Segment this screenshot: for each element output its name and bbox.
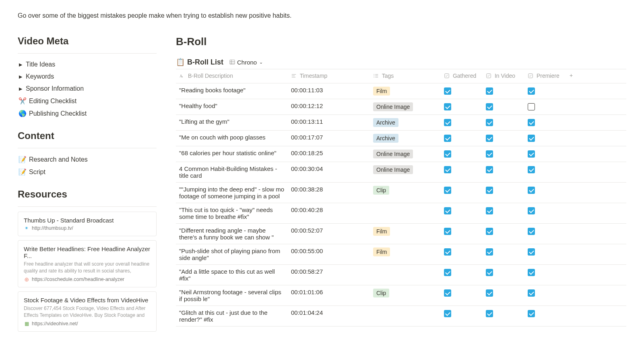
cell-timestamp[interactable]: 00:00:12:12 [288,99,370,114]
cell-gathered[interactable] [441,114,483,130]
cell-tags[interactable]: Clip [370,285,441,306]
column-header-premiere[interactable]: Premiere [524,69,566,83]
checkbox[interactable] [486,310,493,317]
table-row[interactable]: "68 calories per hour statistic online"0… [176,146,626,162]
cell-tags[interactable]: Film [370,83,441,99]
cell-description[interactable]: "Different reading angle - maybe there's… [176,223,288,244]
cell-tags[interactable]: Film [370,223,441,244]
checkbox[interactable] [486,103,493,110]
cell-timestamp[interactable]: 00:00:11:03 [288,83,370,99]
cell-in-video[interactable] [483,130,524,146]
cell-description[interactable]: "Lifting at the gym" [176,114,288,130]
column-header-in-video[interactable]: In Video [483,69,524,83]
page-script[interactable]: 📝 Script [18,166,157,178]
cell-description[interactable]: "Glitch at this cut - just due to the re… [176,306,288,326]
checkbox[interactable] [486,228,493,235]
cell-in-video[interactable] [483,264,524,285]
resource-card[interactable]: Write Better Headlines: Free Headline An… [18,240,157,287]
toggle-sponsor-information[interactable]: ▶ Sponsor Information [18,83,157,95]
cell-description[interactable]: "Reading books footage" [176,83,288,99]
cell-in-video[interactable] [483,223,524,244]
cell-premiere[interactable] [524,182,566,203]
checkbox[interactable] [486,289,493,297]
page-editing-checklist[interactable]: ✂️ Editing Checklist [18,95,157,107]
cell-timestamp[interactable]: 00:01:01:06 [288,285,370,306]
cell-gathered[interactable] [441,244,483,264]
checkbox[interactable] [444,135,451,142]
cell-premiere[interactable] [524,306,566,326]
cell-timestamp[interactable]: 00:00:30:04 [288,162,370,182]
cell-gathered[interactable] [441,285,483,306]
cell-in-video[interactable] [483,114,524,130]
cell-tags[interactable]: Archive [370,114,441,130]
cell-in-video[interactable] [483,99,524,114]
checkbox[interactable] [528,248,535,256]
checkbox[interactable] [444,269,451,276]
view-selector[interactable]: Chrono ⌄ [229,59,263,66]
resource-card[interactable]: Stock Footage & Video Effects from Video… [18,291,157,332]
resource-card[interactable]: Thumbs Up - Standard Broadcast✴http://th… [18,212,157,236]
cell-premiere[interactable] [524,203,566,223]
cell-timestamp[interactable]: 00:00:58:27 [288,264,370,285]
table-row[interactable]: "Different reading angle - maybe there's… [176,223,626,244]
checkbox[interactable] [486,166,493,173]
table-row[interactable]: "Me on couch with poop glasses00:00:17:0… [176,130,626,146]
cell-description[interactable]: "Me on couch with poop glasses [176,130,288,146]
cell-description[interactable]: "Healthy food" [176,99,288,114]
cell-description[interactable]: "Neil Armstrong footage - several clips … [176,285,288,306]
checkbox[interactable] [528,119,535,126]
cell-in-video[interactable] [483,244,524,264]
checkbox[interactable] [528,187,535,194]
cell-description[interactable]: "Add a little space to this cut as well … [176,264,288,285]
cell-gathered[interactable] [441,203,483,223]
table-row[interactable]: "Healthy food"00:00:12:12Online Image [176,99,626,114]
table-row[interactable]: "Reading books footage"00:00:11:03Film [176,83,626,99]
checkbox[interactable] [444,150,451,158]
table-row[interactable]: 4 Common Habit-Building Mistakes - title… [176,162,626,182]
checkbox[interactable] [486,187,493,194]
cell-tags[interactable]: Online Image [370,99,441,114]
table-row[interactable]: "Lifting at the gym"00:00:13:11Archive [176,114,626,130]
cell-in-video[interactable] [483,285,524,306]
toggle-keywords[interactable]: ▶ Keywords [18,71,157,83]
column-header-tags[interactable]: Tags [370,69,441,83]
checkbox[interactable] [444,166,451,173]
cell-tags[interactable]: Clip [370,182,441,203]
table-row[interactable]: "Neil Armstrong footage - several clips … [176,285,626,306]
cell-tags[interactable]: Online Image [370,162,441,182]
checkbox[interactable] [486,119,493,126]
checkbox[interactable] [444,87,451,95]
checkbox[interactable] [444,248,451,256]
cell-in-video[interactable] [483,162,524,182]
cell-tags[interactable] [370,306,441,326]
cell-in-video[interactable] [483,306,524,326]
cell-in-video[interactable] [483,203,524,223]
cell-description[interactable]: "This cut is too quick - "way" needs som… [176,203,288,223]
cell-premiere[interactable] [524,244,566,264]
table-row[interactable]: "This cut is too quick - "way" needs som… [176,203,626,223]
checkbox[interactable] [486,269,493,276]
cell-in-video[interactable] [483,182,524,203]
table-row[interactable]: "Glitch at this cut - just due to the re… [176,306,626,326]
cell-premiere[interactable] [524,264,566,285]
cell-gathered[interactable] [441,182,483,203]
checkbox[interactable] [486,135,493,142]
cell-description[interactable]: ""Jumping into the deep end" - slow mo f… [176,182,288,203]
cell-description[interactable]: 4 Common Habit-Building Mistakes - title… [176,162,288,182]
checkbox[interactable] [444,289,451,297]
checkbox[interactable] [528,207,535,214]
checkbox[interactable] [444,310,451,317]
cell-gathered[interactable] [441,162,483,182]
checkbox[interactable] [528,310,535,317]
cell-premiere[interactable] [524,146,566,162]
cell-timestamp[interactable]: 00:00:18:25 [288,146,370,162]
checkbox[interactable] [528,87,535,95]
cell-gathered[interactable] [441,99,483,114]
cell-premiere[interactable] [524,99,566,114]
cell-timestamp[interactable]: 00:01:04:24 [288,306,370,326]
table-row[interactable]: "Push-slide shot of playing piano from s… [176,244,626,264]
add-column-button[interactable]: + [566,69,626,83]
column-header-description[interactable]: Aa B-Roll Description [176,69,288,83]
checkbox[interactable] [528,166,535,173]
cell-description[interactable]: "68 calories per hour statistic online" [176,146,288,162]
